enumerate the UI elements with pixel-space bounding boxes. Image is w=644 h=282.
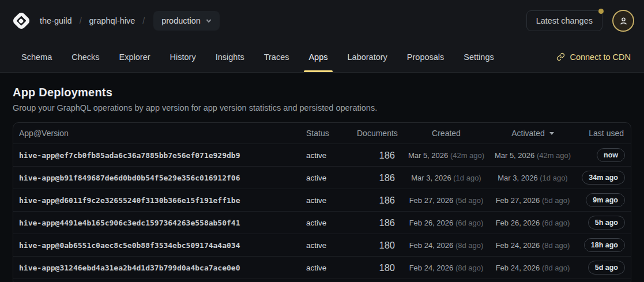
top-chrome: the-guild / graphql-hive / production La… <box>0 0 644 73</box>
app-version-cell: hive-app@4491e4b165c906c3edc1597364263e5… <box>19 219 306 227</box>
target-selector[interactable]: production <box>153 11 220 31</box>
tab-traces[interactable]: Traces <box>254 42 299 72</box>
status-cell: active <box>306 264 357 272</box>
status-cell: active <box>306 241 357 250</box>
breadcrumb-project[interactable]: graphql-hive <box>89 16 135 25</box>
latest-changes-button[interactable]: Latest changes <box>526 10 602 31</box>
activated-date: Feb 24, 2026 <box>496 241 540 250</box>
activated-ago: (6d ago) <box>542 219 570 227</box>
tab-proposals[interactable]: Proposals <box>397 42 454 72</box>
documents-cell: 180 <box>357 262 403 273</box>
documents-cell: 186 <box>357 195 403 206</box>
breadcrumb-separator: / <box>142 16 145 25</box>
sort-desc-icon <box>549 132 554 135</box>
tab-bar: SchemaChecksExplorerHistoryInsightsTrace… <box>0 42 644 72</box>
target-selector-label: production <box>161 16 201 25</box>
breadcrumb-org[interactable]: the-guild <box>40 16 72 25</box>
table-row[interactable]: hive-app@b91f849687de6d0bd0b54f5e29e356c… <box>13 167 631 189</box>
tab-schema[interactable]: Schema <box>12 42 62 72</box>
last-used-badge: now <box>597 148 625 162</box>
table-row[interactable]: hive-app@ef7cb0fb85ada6c36a7885bb7e56ef0… <box>13 144 631 167</box>
tab-apps[interactable]: Apps <box>299 42 337 72</box>
tab-settings[interactable]: Settings <box>454 42 503 72</box>
user-icon <box>619 16 628 26</box>
activated-ago: (42m ago) <box>537 151 571 160</box>
connect-to-cdn-label: Connect to CDN <box>570 52 631 62</box>
status-cell: active <box>306 196 357 205</box>
activated-ago: (1d ago) <box>540 174 567 182</box>
status-cell: active <box>306 174 357 182</box>
table-header-row: App@Version Status Documents Created Act… <box>13 123 631 144</box>
tab-explorer[interactable]: Explorer <box>110 42 160 72</box>
connect-to-cdn-button[interactable]: Connect to CDN <box>555 42 632 72</box>
app-deployments-table: App@Version Status Documents Created Act… <box>13 122 631 282</box>
activated-cell: Mar 5, 2026 (42m ago) <box>489 151 576 160</box>
created-cell: Feb 24, 2026 (8d ago) <box>403 241 489 250</box>
created-cell: Feb 26, 2026 (6d ago) <box>403 219 489 227</box>
created-date: Feb 24, 2026 <box>409 241 454 250</box>
breadcrumb: the-guild / graphql-hive / production <box>10 10 220 32</box>
last-used-cell: 18h ago <box>576 238 625 252</box>
last-used-badge: 9m ago <box>586 193 625 207</box>
activated-date: Mar 3, 2026 <box>498 174 537 182</box>
activated-ago: (8d ago) <box>542 241 570 250</box>
last-used-cell: now <box>576 148 625 162</box>
created-date: Feb 24, 2026 <box>409 264 454 272</box>
tab-checks[interactable]: Checks <box>62 42 109 72</box>
table-row[interactable]: hive-app@0ab6551c0aec8c5e0b88f3534ebc509… <box>13 234 631 257</box>
breadcrumb-separator: / <box>80 16 82 25</box>
activated-date: Mar 5, 2026 <box>495 151 534 160</box>
table-row[interactable]: hive-app@4491e4b165c906c3edc1597364263e5… <box>13 212 631 234</box>
tabs: SchemaChecksExplorerHistoryInsightsTrace… <box>12 42 504 72</box>
status-cell: active <box>306 219 357 227</box>
hive-logo[interactable] <box>10 10 32 32</box>
tab-label: History <box>170 52 196 62</box>
column-header-status: Status <box>306 129 357 138</box>
tab-label: Settings <box>464 52 494 62</box>
notification-dot <box>598 9 604 14</box>
tab-label: Traces <box>264 52 289 62</box>
created-ago: (42m ago) <box>450 151 484 160</box>
created-date: Mar 5, 2026 <box>408 151 448 160</box>
latest-changes-label: Latest changes <box>536 16 593 25</box>
activated-ago: (8d ago) <box>542 264 570 272</box>
table-row[interactable]: hive-app@31246ebd4a31ea2b4d1d37b799d0a4b… <box>13 257 631 279</box>
created-cell: Mar 5, 2026 (42m ago) <box>403 151 489 160</box>
activated-cell: Feb 27, 2026 (5d ago) <box>489 196 576 205</box>
created-cell: Mar 3, 2026 (1d ago) <box>403 174 489 182</box>
created-ago: (5d ago) <box>455 196 483 205</box>
tab-label: Apps <box>308 52 327 62</box>
column-header-last-used: Last used <box>576 129 625 138</box>
created-ago: (8d ago) <box>455 264 483 272</box>
last-used-cell: 5d ago <box>576 261 625 275</box>
created-ago: (1d ago) <box>453 174 481 182</box>
activated-ago: (5d ago) <box>542 196 570 205</box>
activated-date: Feb 24, 2026 <box>496 264 540 272</box>
table-row[interactable]: hive-app@d6011f9c2e32655240f3130b366e15f… <box>13 189 631 212</box>
last-used-cell: 9m ago <box>576 193 625 207</box>
tab-laboratory[interactable]: Laboratory <box>338 42 397 72</box>
documents-cell: 180 <box>357 240 403 251</box>
last-used-badge: 34m ago <box>582 171 625 185</box>
main-content: App Deployments Group your GraphQL opera… <box>0 73 644 282</box>
user-avatar[interactable] <box>612 10 634 32</box>
created-ago: (6d ago) <box>455 219 483 227</box>
last-used-badge: 5h ago <box>588 216 625 230</box>
documents-cell: 186 <box>357 150 403 161</box>
topbar-actions: Latest changes <box>526 10 634 32</box>
column-header-documents: Documents <box>357 129 403 138</box>
top-bar: the-guild / graphql-hive / production La… <box>0 0 644 42</box>
created-date: Mar 3, 2026 <box>411 174 451 182</box>
column-header-created: Created <box>403 129 489 138</box>
tab-history[interactable]: History <box>160 42 206 72</box>
column-header-activated[interactable]: Activated <box>489 129 576 138</box>
tab-insights[interactable]: Insights <box>206 42 254 72</box>
column-header-activated-label: Activated <box>511 129 545 138</box>
activated-date: Feb 26, 2026 <box>496 219 540 227</box>
activated-cell: Feb 24, 2026 (8d ago) <box>489 264 576 272</box>
created-date: Feb 26, 2026 <box>409 219 454 227</box>
tab-label: Proposals <box>407 52 444 62</box>
tab-label: Insights <box>216 52 244 62</box>
tab-label: Laboratory <box>348 52 387 62</box>
created-date: Feb 27, 2026 <box>409 196 454 205</box>
